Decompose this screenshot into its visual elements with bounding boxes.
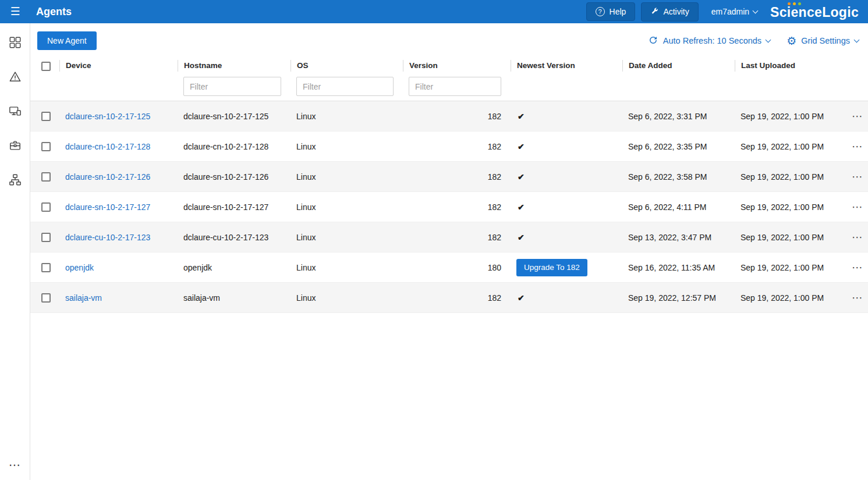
last-uploaded-cell: Sep 19, 2022, 1:00 PM	[735, 172, 847, 182]
column-header-device[interactable]: Device	[59, 60, 178, 72]
last-uploaded-cell: Sep 19, 2022, 1:00 PM	[735, 112, 847, 121]
os-cell: Linux	[290, 172, 403, 182]
up-to-date-check-icon: ✔	[516, 172, 525, 182]
briefcase-icon	[9, 139, 22, 152]
row-checkbox[interactable]	[41, 233, 51, 242]
sciencelogic-logo: ScienceLogic	[770, 3, 859, 20]
column-header-os[interactable]: OS	[290, 60, 403, 72]
device-link[interactable]: openjdk	[65, 263, 94, 272]
hostname-filter-input[interactable]	[183, 77, 281, 96]
sidebar-item-business-services[interactable]	[9, 139, 22, 152]
device-link[interactable]: dclaure-cn-10-2-17-128	[65, 142, 150, 151]
hostname-cell: dclaure-cu-10-2-17-123	[178, 233, 290, 242]
table-row: openjdk openjdk Linux 180 Upgrade To 182…	[30, 253, 868, 283]
column-header-newest-version[interactable]: Newest Version	[511, 60, 622, 72]
top-bar: ☰ Agents ? Help Activity em7admin Scienc…	[0, 0, 868, 23]
help-question-icon: ?	[596, 7, 605, 16]
chevron-down-icon	[753, 8, 759, 13]
os-cell: Linux	[290, 112, 403, 121]
row-checkbox[interactable]	[41, 112, 51, 121]
sidebar-item-events[interactable]	[9, 70, 22, 83]
hostname-cell: dclaure-sn-10-2-17-125	[178, 112, 290, 121]
last-uploaded-cell: Sep 19, 2022, 1:00 PM	[735, 202, 847, 212]
activity-label: Activity	[663, 7, 689, 16]
row-actions-icon[interactable]: ⋯	[847, 140, 868, 153]
device-link[interactable]: dclaure-sn-10-2-17-127	[65, 202, 150, 212]
last-uploaded-cell: Sep 19, 2022, 1:00 PM	[735, 142, 847, 151]
device-link[interactable]: dclaure-sn-10-2-17-125	[65, 112, 150, 121]
gear-icon: ⚙	[786, 35, 796, 47]
refresh-icon	[648, 35, 658, 47]
auto-refresh-control[interactable]: Auto Refresh: 10 Seconds	[648, 35, 770, 47]
version-cell: 182	[403, 172, 511, 182]
version-cell: 182	[403, 233, 511, 242]
grid-settings-control[interactable]: ⚙ Grid Settings	[786, 35, 859, 47]
row-checkbox[interactable]	[41, 202, 51, 212]
date-added-cell: Sep 6, 2022, 3:35 PM	[622, 142, 735, 151]
toolbar: New Agent Auto Refresh: 10 Seconds ⚙ Gri…	[30, 23, 868, 57]
hostname-cell: openjdk	[178, 263, 290, 272]
column-header-hostname[interactable]: Hostname	[178, 60, 290, 72]
row-checkbox[interactable]	[41, 142, 51, 151]
table-row: sailaja-vm sailaja-vm Linux 182 ✔ Sep 19…	[30, 283, 868, 313]
os-cell: Linux	[290, 233, 403, 242]
dashboards-grid-icon	[9, 36, 22, 49]
column-header-last-uploaded[interactable]: Last Uploaded	[735, 60, 847, 72]
user-menu[interactable]: em7admin	[711, 7, 757, 16]
row-actions-icon[interactable]: ⋯	[847, 230, 868, 244]
grid-settings-label: Grid Settings	[801, 36, 850, 45]
os-filter-input[interactable]	[296, 77, 394, 96]
network-sitemap-icon	[9, 173, 22, 186]
hostname-cell: sailaja-vm	[178, 293, 290, 303]
sidebar-more-icon[interactable]: ⋯	[9, 458, 21, 472]
row-checkbox[interactable]	[41, 293, 51, 303]
filter-row	[30, 74, 868, 101]
up-to-date-check-icon: ✔	[516, 202, 525, 212]
main-content: New Agent Auto Refresh: 10 Seconds ⚙ Gri…	[30, 23, 868, 480]
device-link[interactable]: sailaja-vm	[65, 293, 102, 303]
version-filter-input[interactable]	[409, 77, 501, 96]
page-title: Agents	[36, 6, 72, 18]
row-actions-icon[interactable]: ⋯	[847, 261, 868, 274]
sidebar-item-dashboards[interactable]	[9, 36, 22, 49]
hostname-cell: dclaure-cn-10-2-17-128	[178, 142, 290, 151]
logo-text: ScienceLogic	[770, 5, 859, 20]
version-cell: 182	[403, 142, 511, 151]
hamburger-menu-icon[interactable]: ☰	[0, 0, 30, 23]
device-link[interactable]: dclaure-cu-10-2-17-123	[65, 233, 150, 242]
row-actions-icon[interactable]: ⋯	[847, 200, 868, 214]
up-to-date-check-icon: ✔	[516, 293, 525, 303]
device-link[interactable]: dclaure-sn-10-2-17-126	[65, 172, 150, 182]
hostname-cell: dclaure-sn-10-2-17-126	[178, 172, 290, 182]
last-uploaded-cell: Sep 19, 2022, 1:00 PM	[735, 263, 847, 272]
column-header-version[interactable]: Version	[403, 60, 511, 72]
sidebar-item-devices[interactable]	[9, 105, 22, 118]
row-actions-icon[interactable]: ⋯	[847, 170, 868, 183]
date-added-cell: Sep 19, 2022, 12:57 PM	[622, 293, 735, 303]
up-to-date-check-icon: ✔	[516, 233, 525, 242]
os-cell: Linux	[290, 293, 403, 303]
table-row: dclaure-sn-10-2-17-125 dclaure-sn-10-2-1…	[30, 101, 868, 131]
new-agent-button[interactable]: New Agent	[37, 31, 97, 50]
row-actions-icon[interactable]: ⋯	[847, 291, 868, 304]
date-added-cell: Sep 6, 2022, 3:31 PM	[622, 112, 735, 121]
os-cell: Linux	[290, 202, 403, 212]
sidebar-item-maps[interactable]	[9, 173, 22, 186]
version-cell: 182	[403, 112, 511, 121]
upgrade-button[interactable]: Upgrade To 182	[516, 259, 587, 276]
row-checkbox[interactable]	[41, 263, 51, 272]
table-row: dclaure-sn-10-2-17-127 dclaure-sn-10-2-1…	[30, 192, 868, 222]
row-actions-icon[interactable]: ⋯	[847, 109, 868, 123]
warning-triangle-icon	[9, 70, 22, 83]
table-header: Device Hostname OS Version Newest Versio…	[30, 57, 868, 74]
activity-button[interactable]: Activity	[641, 2, 698, 22]
auto-refresh-label: Auto Refresh: 10 Seconds	[663, 36, 761, 45]
select-all-checkbox[interactable]	[41, 62, 51, 71]
row-checkbox[interactable]	[41, 172, 51, 182]
column-header-date-added[interactable]: Date Added	[622, 60, 735, 72]
help-button[interactable]: ? Help	[586, 2, 636, 21]
date-added-cell: Sep 16, 2022, 11:35 AM	[622, 263, 735, 272]
up-to-date-check-icon: ✔	[516, 112, 525, 121]
hostname-cell: dclaure-sn-10-2-17-127	[178, 202, 290, 212]
last-uploaded-cell: Sep 19, 2022, 1:00 PM	[735, 293, 847, 303]
